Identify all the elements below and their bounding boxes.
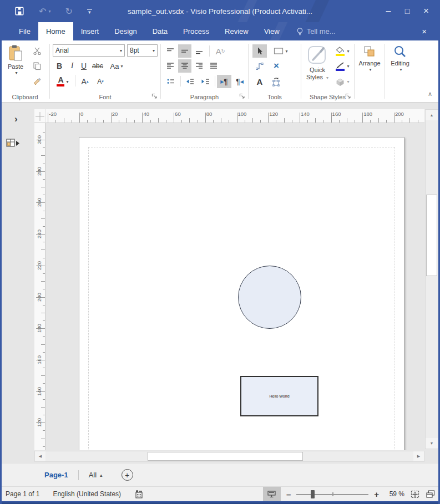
paste-button[interactable]: Paste ▾ xyxy=(3,44,28,75)
add-page-button[interactable]: + xyxy=(122,469,133,481)
scroll-down-button[interactable]: ▼ xyxy=(426,438,438,449)
shapes-flyout-button[interactable] xyxy=(6,138,21,151)
case-dropdown-icon[interactable]: ▾ xyxy=(120,64,123,69)
close-button[interactable]: × xyxy=(417,0,436,22)
all-pages-button[interactable]: All ▴ xyxy=(89,471,103,479)
align-right-button[interactable] xyxy=(193,59,206,73)
shrink-font-button[interactable]: A▾ xyxy=(94,75,107,88)
font-family-dropdown-icon[interactable]: ▾ xyxy=(120,48,122,53)
tab-view[interactable]: View xyxy=(256,22,287,40)
editing-button[interactable]: Editing ▾ xyxy=(387,44,413,72)
zoom-in-button[interactable]: + xyxy=(374,490,379,499)
arrange-dropdown-icon[interactable]: ▾ xyxy=(369,67,371,72)
fill-button[interactable]: ▾ xyxy=(333,44,352,58)
collapse-ribbon-icon[interactable]: ∧ xyxy=(428,90,432,98)
ribbon-close-icon[interactable]: × xyxy=(422,22,427,40)
cut-button[interactable] xyxy=(30,44,44,58)
scroll-left-button[interactable]: ◀ xyxy=(35,451,45,461)
minimize-button[interactable]: – xyxy=(379,0,398,22)
effects-button[interactable]: ▾ xyxy=(333,75,352,88)
change-case-button[interactable]: Aa▾ xyxy=(107,59,126,73)
align-bottom-button[interactable] xyxy=(193,44,206,58)
strikethrough-button[interactable]: abc xyxy=(90,59,105,73)
tell-me-box[interactable]: Tell me... xyxy=(296,22,336,40)
horizontal-scroll-thumb[interactable] xyxy=(148,452,303,461)
text-tool-button[interactable]: A xyxy=(252,75,267,88)
save-button[interactable] xyxy=(14,6,24,16)
paragraph-dialog-launcher[interactable] xyxy=(239,93,246,100)
font-color-dropdown-icon[interactable]: ▾ xyxy=(66,79,68,84)
font-family-select[interactable]: Arial ▾ xyxy=(53,44,125,57)
undo-button[interactable]: ↶▾ xyxy=(39,6,50,17)
fill-dropdown-icon[interactable]: ▾ xyxy=(347,49,349,54)
grow-font-button[interactable]: A▴ xyxy=(78,75,92,88)
transform-tool-button[interactable] xyxy=(269,75,284,88)
italic-button[interactable]: I xyxy=(67,59,77,73)
rectangle-dropdown-icon[interactable]: ▾ xyxy=(285,49,287,54)
tab-design[interactable]: Design xyxy=(107,22,144,40)
vertical-scrollbar[interactable]: ▲ ▼ xyxy=(425,109,438,449)
tab-insert[interactable]: Insert xyxy=(73,22,107,40)
line-button[interactable]: ▾ xyxy=(333,59,352,73)
scroll-right-button[interactable]: ▶ xyxy=(413,451,424,461)
quick-styles-button[interactable]: Quick Styles ▾ xyxy=(303,44,332,82)
page-count-status[interactable]: Page 1 of 1 xyxy=(6,490,39,498)
effects-dropdown-icon[interactable]: ▾ xyxy=(347,79,349,84)
tab-home[interactable]: Home xyxy=(38,22,73,40)
font-size-select[interactable]: 8pt ▾ xyxy=(127,44,158,57)
canvas-viewport[interactable]: Hello World xyxy=(45,123,424,450)
bullets-button[interactable] xyxy=(164,75,178,88)
arrange-button[interactable]: Arrange ▾ xyxy=(356,44,383,72)
underline-button[interactable]: U xyxy=(79,59,89,73)
macro-record-button[interactable] xyxy=(134,490,144,499)
format-painter-button[interactable] xyxy=(30,75,44,88)
undo-dropdown-icon[interactable]: ▾ xyxy=(48,9,50,14)
page-tab-page1[interactable]: Page-1 xyxy=(44,471,68,479)
line-dropdown-icon[interactable]: ▾ xyxy=(347,64,349,69)
align-left-button[interactable] xyxy=(164,59,177,73)
font-dialog-launcher[interactable] xyxy=(151,93,158,100)
scroll-up-button[interactable]: ▲ xyxy=(426,110,438,120)
zoom-slider[interactable] xyxy=(296,490,368,498)
justify-button[interactable] xyxy=(207,59,220,73)
decrease-indent-button[interactable] xyxy=(183,75,197,88)
align-middle-button[interactable] xyxy=(178,44,191,58)
drawing-page[interactable]: Hello World xyxy=(79,137,404,450)
font-color-button[interactable]: A ▾ xyxy=(54,75,72,88)
tab-file[interactable]: File xyxy=(11,22,38,40)
zoom-slider-thumb[interactable] xyxy=(311,490,315,498)
right-to-left-button[interactable]: ¶ ◀ xyxy=(232,75,247,88)
presentation-mode-button[interactable] xyxy=(263,487,281,501)
switch-windows-button[interactable] xyxy=(426,490,436,498)
tab-data[interactable]: Data xyxy=(145,22,175,40)
rectangle-tool-button[interactable]: ▾ xyxy=(269,44,292,58)
increase-indent-button[interactable] xyxy=(198,75,213,88)
paste-dropdown-icon[interactable]: ▾ xyxy=(15,70,17,75)
tab-review[interactable]: Review xyxy=(217,22,256,40)
horizontal-scrollbar[interactable]: ◀ ▶ xyxy=(34,451,424,462)
redo-button[interactable]: ↻ xyxy=(65,6,72,17)
font-size-dropdown-icon[interactable]: ▾ xyxy=(153,48,155,53)
align-top-button[interactable] xyxy=(164,44,177,58)
circle-shape[interactable] xyxy=(238,266,301,329)
zoom-out-button[interactable]: – xyxy=(286,490,291,499)
vertical-scroll-thumb[interactable] xyxy=(426,195,437,276)
zoom-level[interactable]: 59 % xyxy=(385,490,404,498)
connector-tool-button[interactable] xyxy=(252,59,267,73)
rectangle-shape[interactable]: Hello World xyxy=(240,376,318,416)
connection-point-tool-button[interactable]: × xyxy=(269,59,284,73)
expand-shapes-pane-icon[interactable]: › xyxy=(14,114,18,125)
customize-qat-button[interactable]: ▾ xyxy=(87,9,92,13)
bold-button[interactable]: B xyxy=(54,59,65,73)
rotate-text-button[interactable]: A↻ xyxy=(213,44,228,58)
fit-page-button[interactable] xyxy=(410,490,420,499)
maximize-button[interactable]: □ xyxy=(398,0,417,22)
shape-styles-dialog-launcher[interactable] xyxy=(345,93,352,100)
tab-process[interactable]: Process xyxy=(175,22,217,40)
editing-dropdown-icon[interactable]: ▾ xyxy=(399,67,402,72)
copy-button[interactable] xyxy=(30,59,44,73)
align-center-button[interactable] xyxy=(178,59,191,73)
pointer-tool-button[interactable] xyxy=(252,44,267,58)
language-status[interactable]: English (United States) xyxy=(53,490,121,498)
left-to-right-button[interactable]: ▶ ¶ xyxy=(217,75,231,88)
